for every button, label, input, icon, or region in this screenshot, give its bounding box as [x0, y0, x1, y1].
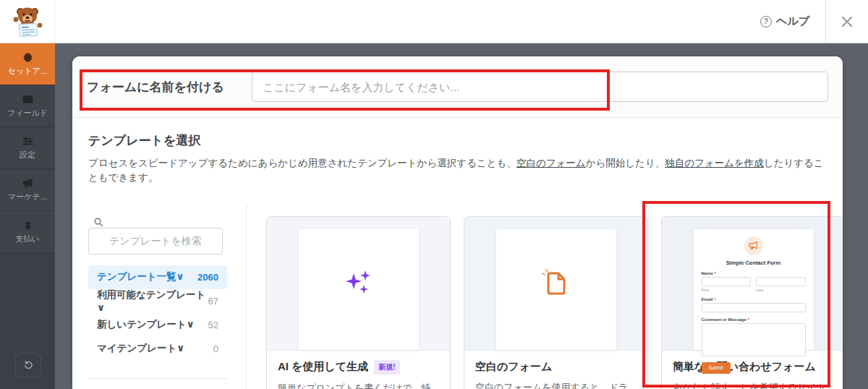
category-label: 利用可能なテンプレート	[97, 289, 205, 300]
mini-last-sublabel: Last	[756, 288, 806, 292]
mini-email-label: Email	[702, 297, 713, 302]
template-categories: テンプレート一覧∨ 2060 利用可能なテンプレート∨ 67 新しいテンプレート…	[88, 203, 230, 389]
mini-submit-button: Submit	[702, 362, 731, 374]
sidebar-item-marketing[interactable]: マーケテ...	[0, 169, 55, 211]
sidebar-item-setup[interactable]: セットア...	[0, 43, 55, 85]
fields-icon	[22, 94, 33, 105]
template-card-ai-generate[interactable]: AI を使用して生成 新規! 簡単なプロンプトを書くだけで、特定のニーズに対応し…	[266, 216, 451, 389]
setup-panel: フォームに名前を付ける テンプレートを選択 プロセスをスピードアップするためにあ…	[72, 56, 843, 389]
category-my-templates[interactable]: マイテンプレート∨ 0	[88, 337, 227, 361]
sidebar-item-label: セットア...	[8, 66, 47, 77]
template-intro: プロセスをスピードアップするためにあらかじめ用意されたテンプレートから選択するこ…	[88, 156, 827, 186]
help-button[interactable]: ? ヘルプ	[744, 0, 825, 43]
megaphone-icon	[22, 178, 33, 189]
template-card-blank-form[interactable]: 空白のフォーム 空白のフォームを使用すると、ドラッグ＆ドロップビルダーを使用して…	[464, 216, 648, 389]
chevron-down-icon: ∨	[187, 319, 195, 330]
gear-icon	[22, 52, 33, 63]
intro-text: プロセスをスピードアップするためにあらかじめ用意されたテンプレートから選択するこ…	[88, 158, 516, 168]
chevron-down-icon: ∨	[97, 302, 105, 313]
form-name-input[interactable]	[252, 72, 828, 102]
sidebar-item-payments[interactable]: $ 支払い	[0, 211, 55, 253]
form-name-section: フォームに名前を付ける	[72, 56, 843, 118]
template-section: テンプレートを選択 プロセスをスピードアップするためにあらかじめ用意されたテンプ…	[72, 118, 843, 389]
category-label: 新しいテンプレート	[97, 319, 187, 330]
chevron-down-icon: ∨	[176, 343, 184, 354]
dollar-icon: $	[22, 220, 33, 231]
sidebar-item-settings[interactable]: 設定	[0, 127, 55, 169]
search-icon	[94, 218, 103, 227]
chevron-down-icon: ∨	[176, 271, 184, 282]
category-all-templates[interactable]: テンプレート一覧∨ 2060	[88, 265, 227, 289]
mini-comment-label: Comment or Message	[702, 317, 746, 322]
megaphone-icon	[749, 241, 758, 250]
category-label: テンプレート一覧	[97, 271, 176, 282]
sparkles-icon	[341, 266, 376, 301]
svg-text:$: $	[25, 220, 30, 231]
new-badge: 新規!	[374, 360, 399, 375]
ai-template-preview	[267, 217, 450, 350]
blank-document-icon	[537, 265, 575, 302]
blank-template-preview	[464, 217, 647, 350]
sidebar-spacer	[0, 253, 55, 389]
template-description: 簡単なプロンプトを書くだけで、特定のニーズに対応した複雑なフォームを作成できます…	[278, 381, 439, 389]
category-count: 2060	[197, 272, 218, 283]
sidebar-item-label: 支払い	[15, 234, 39, 244]
help-label: ヘルプ	[776, 14, 809, 28]
template-title: 空白のフォーム	[475, 360, 552, 374]
category-divider	[88, 378, 227, 379]
top-toolbar: ? ヘルプ	[0, 0, 868, 43]
build-own-form-link[interactable]: 独自のフォームを作成	[665, 158, 764, 168]
history-icon	[22, 359, 34, 371]
template-heading: テンプレートを選択	[88, 132, 827, 149]
sidebar-item-label: フィールド	[7, 108, 48, 119]
mini-form-preview: Simple Contact Form Name * First	[694, 229, 814, 350]
close-builder-button[interactable]	[826, 0, 868, 43]
mini-message-textarea	[702, 323, 806, 356]
category-count: 52	[208, 320, 218, 330]
template-description: あなたと話すことを希望するサイト訪問者から、名前、メール、およびメッセージを収集…	[673, 380, 834, 389]
contact-template-preview: Simple Contact Form Name * First	[662, 217, 843, 350]
blank-form-link[interactable]: 空白のフォーム	[516, 158, 586, 168]
template-title: AI を使用して生成	[278, 360, 368, 374]
mini-first-input	[702, 277, 752, 286]
template-card-grid: AI を使用して生成 新規! 簡単なプロンプトを書くだけで、特定のニーズに対応し…	[246, 203, 843, 389]
template-title: 簡単なお問い合わせフォーム	[673, 360, 816, 374]
form-name-label: フォームに名前を付ける	[87, 79, 252, 95]
sidebar-item-fields[interactable]: フィールド	[0, 85, 55, 127]
category-label: マイテンプレート	[97, 343, 176, 354]
help-icon: ?	[760, 16, 772, 27]
sidebar-item-label: マーケテ...	[8, 192, 47, 202]
intro-text: から開始したり、	[586, 158, 665, 168]
wpforms-logo	[0, 0, 55, 43]
mini-first-sublabel: First	[702, 288, 752, 292]
category-count: 0	[213, 343, 218, 354]
revisions-history-button[interactable]	[15, 353, 41, 377]
mini-email-input	[702, 303, 806, 312]
category-list: テンプレート一覧∨ 2060 利用可能なテンプレート∨ 67 新しいテンプレート…	[88, 265, 230, 361]
mini-form-title: Simple Contact Form	[702, 260, 806, 266]
sidebar-item-label: 設定	[20, 150, 35, 161]
template-search-input[interactable]	[88, 228, 223, 255]
template-description: 空白のフォームを使用すると、ドラッグ＆ドロップビルダーを使用して、あらゆる種類の…	[475, 380, 637, 389]
category-new-templates[interactable]: 新しいテンプレート∨ 52	[88, 313, 227, 337]
sliders-icon	[22, 136, 33, 147]
close-icon	[841, 15, 854, 28]
category-count: 67	[208, 296, 218, 307]
bear-logo-icon	[11, 5, 44, 38]
template-card-simple-contact-form[interactable]: Simple Contact Form Name * First	[661, 216, 843, 389]
category-available-templates[interactable]: 利用可能なテンプレート∨ 67	[88, 289, 227, 313]
builder-sidebar: セットア... フィールド 設定 マーケテ... $ 支払い	[0, 43, 55, 389]
mini-last-input	[756, 277, 806, 286]
